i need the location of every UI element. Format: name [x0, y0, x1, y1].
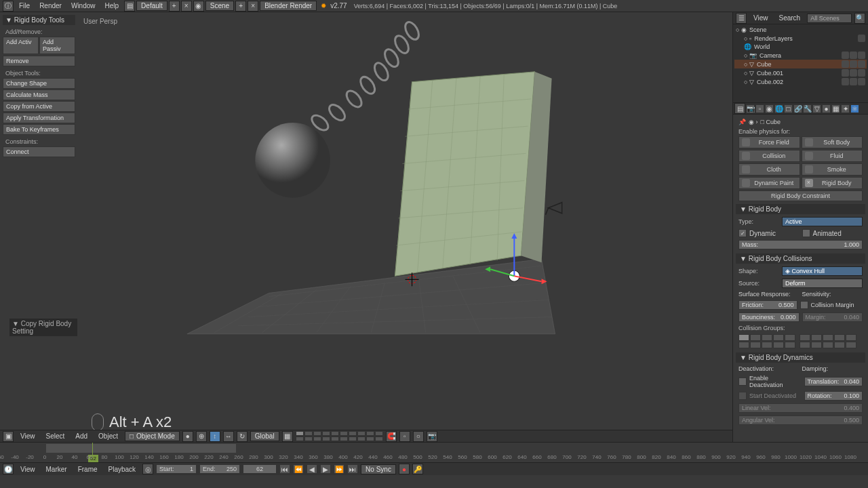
menu-render[interactable]: Render: [35, 1, 66, 11]
tab-render[interactable]: 📷: [746, 104, 755, 113]
add-scene-icon[interactable]: +: [235, 1, 246, 12]
tab-material[interactable]: ●: [822, 104, 831, 113]
snap-icon[interactable]: 🧲: [386, 431, 397, 442]
jump-end-icon[interactable]: ⏭: [347, 464, 358, 474]
timeline-frame[interactable]: Frame: [74, 464, 102, 474]
force-field-button[interactable]: Force Field: [738, 136, 800, 148]
tree-world[interactable]: 🌐 World: [734, 43, 867, 51]
linear-vel-input[interactable]: Linear Vel:0.400: [738, 403, 863, 413]
rotate-icon[interactable]: ↻: [237, 431, 248, 442]
tree-renderlayers[interactable]: ○ ▫ RenderLayers: [734, 34, 867, 43]
play-icon[interactable]: ▶: [320, 464, 331, 474]
timeline-view[interactable]: View: [16, 464, 39, 474]
select-menu[interactable]: Select: [42, 431, 69, 441]
add-menu[interactable]: Add: [71, 431, 92, 441]
orientation-dropdown[interactable]: Global: [250, 431, 279, 441]
object-menu[interactable]: Object: [94, 431, 122, 441]
info-icon[interactable]: ⓘ: [3, 1, 14, 12]
start-deactivated-checkbox[interactable]: [738, 392, 747, 400]
source-select[interactable]: Deform: [782, 279, 863, 288]
remove-layout-icon[interactable]: ×: [181, 1, 192, 12]
collisions-panel-header[interactable]: ▼ Rigid Body Collisions: [736, 253, 865, 264]
connect-button[interactable]: Connect: [3, 146, 75, 157]
timeline-scrubber[interactable]: 62 -60-40-200204060801001201401601802002…: [0, 443, 868, 463]
engine-dropdown[interactable]: Blender Render: [260, 1, 317, 11]
end-frame-input[interactable]: End:250: [199, 464, 240, 474]
tab-modifiers[interactable]: 🔧: [803, 104, 812, 113]
pivot-icon[interactable]: ⊕: [196, 431, 207, 442]
tree-cube002[interactable]: ○ ▽ Cube.002: [734, 77, 867, 86]
menu-file[interactable]: File: [15, 1, 34, 11]
apply-transformation-button[interactable]: Apply Transformation: [3, 113, 75, 123]
remove-scene-icon[interactable]: ×: [248, 1, 258, 12]
scene-dropdown[interactable]: Scene: [205, 1, 234, 11]
tab-constraints[interactable]: 🔗: [793, 104, 802, 113]
tab-scene[interactable]: ◉: [765, 104, 774, 113]
outliner-view[interactable]: View: [749, 13, 772, 23]
layer-buttons[interactable]: [296, 431, 383, 441]
outliner-tree[interactable]: ○ ◉ Scene ○ ▫ RenderLayers 🌐 World ○ 📷 C…: [733, 24, 868, 102]
properties-editor-icon[interactable]: ▤: [734, 103, 745, 114]
rigid-body-button[interactable]: ×Rigid Body: [802, 177, 863, 189]
bounciness-input[interactable]: Bounciness:0.000: [738, 312, 800, 322]
proportional-icon[interactable]: ○: [413, 431, 424, 442]
rigid-body-constraint-button[interactable]: Rigid Body Constraint: [738, 190, 863, 201]
translation-input[interactable]: Translation:0.040: [804, 377, 863, 386]
current-frame-input[interactable]: 62: [243, 464, 277, 474]
play-reverse-icon[interactable]: ◀: [307, 464, 317, 474]
mode-dropdown[interactable]: □ Object Mode: [125, 431, 180, 441]
snap-type-icon[interactable]: ▫: [399, 431, 410, 442]
breadcrumb-object[interactable]: □ Cube: [761, 119, 781, 125]
collision-margin-checkbox[interactable]: [800, 301, 808, 309]
tree-camera[interactable]: ○ 📷 Camera: [734, 51, 867, 60]
prev-keyframe-icon[interactable]: ⏪: [293, 464, 304, 474]
fluid-button[interactable]: Fluid: [802, 150, 863, 162]
search-icon[interactable]: 🔍: [854, 13, 865, 24]
tab-physics[interactable]: ⚛: [850, 104, 859, 113]
layout-dropdown[interactable]: Default: [136, 1, 167, 11]
shape-select[interactable]: ◈ Convex Hull: [782, 266, 863, 276]
viewport-3d[interactable]: User Persp Alt + A x2 Last: Copy Rigid B…: [78, 12, 732, 465]
tab-renderlayers[interactable]: ▫: [755, 104, 764, 113]
tab-object[interactable]: □: [784, 104, 793, 113]
margin-input[interactable]: Margin:0.040: [802, 312, 863, 322]
soft-body-button[interactable]: Soft Body: [802, 136, 863, 148]
manipulator-icon[interactable]: ↕: [210, 431, 220, 442]
outliner-search[interactable]: Search: [775, 13, 805, 23]
rigid-body-panel-header[interactable]: ▼ Rigid Body: [736, 204, 865, 214]
sync-dropdown[interactable]: No Sync: [361, 464, 396, 474]
keying-set-icon[interactable]: 🔑: [412, 464, 423, 474]
scene-icon[interactable]: ◉: [193, 1, 204, 12]
tab-data[interactable]: ▽: [812, 104, 821, 113]
timeline-marker[interactable]: Marker: [42, 464, 71, 474]
start-frame-input[interactable]: Start:1: [156, 464, 197, 474]
mass-input[interactable]: Mass:1.000: [738, 240, 863, 249]
translate-icon[interactable]: ↔: [223, 431, 234, 442]
render-preview-icon[interactable]: 📷: [427, 431, 437, 442]
add-passive-button[interactable]: Add Passiv: [39, 37, 75, 54]
enable-deactivation-checkbox[interactable]: [738, 378, 747, 386]
tree-cube[interactable]: ○ ▽ Cube: [734, 60, 867, 68]
dynamics-panel-header[interactable]: ▼ Rigid Body Dynamics: [736, 352, 865, 363]
operator-panel[interactable]: ▼ Copy Rigid Body Setting: [9, 319, 77, 336]
rotation-input[interactable]: Rotation:0.100: [804, 391, 863, 401]
shading-icon[interactable]: ●: [182, 431, 193, 442]
menu-window[interactable]: Window: [67, 1, 100, 11]
dynamic-paint-button[interactable]: Dynamic Paint: [738, 177, 800, 189]
type-select[interactable]: Active: [782, 217, 863, 226]
dynamic-checkbox[interactable]: [738, 229, 747, 237]
outliner-filter-dropdown[interactable]: All Scenes: [807, 14, 852, 23]
record-icon[interactable]: ●: [399, 464, 410, 474]
add-active-button[interactable]: Add Activ: [3, 37, 39, 54]
change-shape-button[interactable]: Change Shape: [3, 78, 75, 89]
next-keyframe-icon[interactable]: ⏩: [334, 464, 344, 474]
animated-checkbox[interactable]: [802, 229, 810, 237]
outliner-icon[interactable]: ☰: [736, 13, 747, 24]
copy-from-active-button[interactable]: Copy from Active: [3, 101, 75, 112]
timeline-editor-icon[interactable]: 🕐: [3, 464, 14, 474]
tab-texture[interactable]: ▦: [831, 104, 840, 113]
tab-world[interactable]: 🌐: [774, 104, 783, 113]
tree-scene[interactable]: ○ ◉ Scene: [734, 26, 867, 34]
friction-input[interactable]: Friction:0.500: [738, 300, 797, 310]
tree-cube001[interactable]: ○ ▽ Cube.001: [734, 68, 867, 77]
